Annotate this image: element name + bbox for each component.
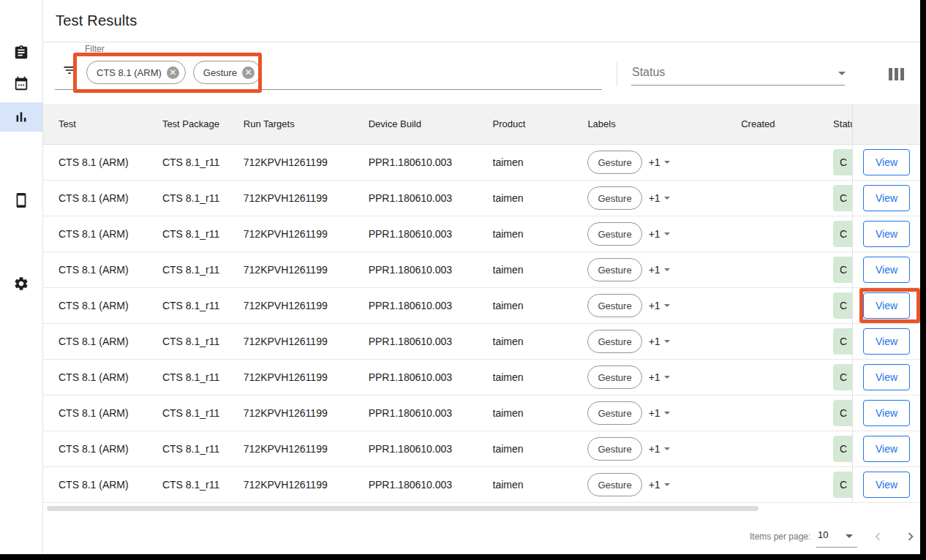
table-row[interactable]: CTS 8.1 (ARM) CTS 8.1_r11 712KPVH1261199… xyxy=(43,252,920,288)
items-per-page-value: 10 xyxy=(818,529,828,540)
column-header-device-build[interactable]: Device Build xyxy=(369,118,493,129)
status-badge: C xyxy=(833,257,852,283)
sidebar-item-test-results[interactable] xyxy=(0,102,42,132)
filter-icon xyxy=(62,63,77,77)
more-labels-expander[interactable]: +1 xyxy=(649,300,670,311)
table-row[interactable]: CTS 8.1 (ARM) CTS 8.1_r11 712KPVH1261199… xyxy=(43,467,920,503)
more-labels-expander[interactable]: +1 xyxy=(649,443,670,455)
cell-status: C xyxy=(833,292,852,319)
cell-labels: Gesture +1 xyxy=(587,437,741,461)
column-header-labels[interactable]: Labels xyxy=(587,118,741,129)
more-labels-expander[interactable]: +1 xyxy=(649,371,670,383)
more-labels-expander[interactable]: +1 xyxy=(649,264,670,276)
previous-page-button[interactable] xyxy=(869,528,887,545)
view-cell: View xyxy=(852,324,920,359)
cell-status: C xyxy=(833,400,852,426)
label-chip[interactable]: Gesture xyxy=(587,366,641,389)
label-chip[interactable]: Gesture xyxy=(587,222,641,246)
column-header-product[interactable]: Product xyxy=(493,118,588,129)
view-button[interactable]: View xyxy=(863,292,910,319)
table-row[interactable]: CTS 8.1 (ARM) CTS 8.1_r11 712KPVH1261199… xyxy=(43,396,920,431)
view-button[interactable]: View xyxy=(863,221,910,247)
page-title: Test Results xyxy=(56,12,137,29)
column-header-test[interactable]: Test xyxy=(59,118,162,129)
chevron-down-icon xyxy=(664,412,670,415)
column-header-actions xyxy=(852,104,920,144)
cell-labels: Gesture +1 xyxy=(587,401,741,425)
next-page-button[interactable] xyxy=(902,528,919,545)
status-badge: C xyxy=(833,328,852,355)
more-labels-expander[interactable]: +1 xyxy=(649,336,670,347)
more-labels-expander[interactable]: +1 xyxy=(649,228,670,240)
cell-run-targets: 712KPVH1261199 xyxy=(244,228,369,240)
view-cell: View xyxy=(852,145,920,180)
view-button[interactable]: View xyxy=(863,436,910,462)
column-header-created[interactable]: Created xyxy=(741,118,833,129)
view-button[interactable]: View xyxy=(863,364,910,390)
close-circle-icon[interactable]: ✕ xyxy=(167,67,179,79)
view-button[interactable]: View xyxy=(863,328,910,355)
cell-product: taimen xyxy=(493,228,588,240)
items-per-page-select[interactable]: 10 xyxy=(816,527,857,545)
bar-chart-icon xyxy=(13,109,29,125)
cell-device-build: PPR1.180610.003 xyxy=(369,336,493,347)
view-button[interactable]: View xyxy=(863,472,910,498)
label-chip[interactable]: Gesture xyxy=(587,437,641,461)
sidebar-item-settings[interactable] xyxy=(0,269,42,298)
table-row[interactable]: CTS 8.1 (ARM) CTS 8.1_r11 712KPVH1261199… xyxy=(43,324,920,360)
label-chip[interactable]: Gesture xyxy=(587,186,641,210)
column-header-test-package[interactable]: Test Package xyxy=(162,118,244,129)
status-badge: C xyxy=(833,185,852,211)
cell-status: C xyxy=(833,364,852,390)
label-chip[interactable]: Gesture xyxy=(587,401,641,425)
column-header-run-targets[interactable]: Run Targets xyxy=(244,118,369,129)
horizontal-scrollbar-thumb[interactable] xyxy=(47,506,759,511)
cell-device-build: PPR1.180610.003 xyxy=(369,443,493,455)
more-labels-expander[interactable]: +1 xyxy=(649,156,670,168)
label-chip[interactable]: Gesture xyxy=(587,330,641,353)
cell-device-build: PPR1.180610.003 xyxy=(369,300,493,311)
table-row[interactable]: CTS 8.1 (ARM) CTS 8.1_r11 712KPVH1261199… xyxy=(43,216,920,252)
more-labels-expander[interactable]: +1 xyxy=(649,192,670,204)
label-chip[interactable]: Gesture xyxy=(587,258,641,281)
table-row[interactable]: CTS 8.1 (ARM) CTS 8.1_r11 712KPVH1261199… xyxy=(43,181,920,216)
cell-run-targets: 712KPVH1261199 xyxy=(244,264,369,276)
view-button[interactable]: View xyxy=(863,257,910,283)
more-labels-expander[interactable]: +1 xyxy=(649,407,670,419)
table-row[interactable]: CTS 8.1 (ARM) CTS 8.1_r11 712KPVH1261199… xyxy=(43,360,920,396)
cell-labels: Gesture +1 xyxy=(587,366,741,389)
cell-labels: Gesture +1 xyxy=(587,473,741,496)
cell-status: C xyxy=(833,185,852,211)
label-chip[interactable]: Gesture xyxy=(587,294,641,317)
status-select[interactable]: Status xyxy=(631,64,845,86)
cell-test-package: CTS 8.1_r11 xyxy=(162,156,244,168)
column-settings-button[interactable] xyxy=(889,68,906,81)
view-cell: View xyxy=(852,396,920,431)
sidebar-item-test-plans[interactable] xyxy=(0,38,42,67)
cell-device-build: PPR1.180610.003 xyxy=(369,192,493,204)
close-circle-icon[interactable]: ✕ xyxy=(242,67,255,79)
table-row[interactable]: CTS 8.1 (ARM) CTS 8.1_r11 712KPVH1261199… xyxy=(43,145,920,181)
sidebar-item-schedule[interactable] xyxy=(0,69,42,98)
cell-run-targets: 712KPVH1261199 xyxy=(244,443,369,455)
column-header-status[interactable]: Status xyxy=(833,118,852,129)
filter-field-label: Filter xyxy=(85,44,105,54)
sidebar-item-devices[interactable] xyxy=(0,186,42,215)
view-button[interactable]: View xyxy=(863,400,910,426)
filter-chip[interactable]: Gesture ✕ xyxy=(193,61,261,84)
filter-field-underline xyxy=(55,89,602,90)
results-table: Test Test Package Run Targets Device Bui… xyxy=(43,104,920,503)
cell-product: taimen xyxy=(493,264,588,276)
label-chip[interactable]: Gesture xyxy=(587,151,641,174)
table-row[interactable]: CTS 8.1 (ARM) CTS 8.1_r11 712KPVH1261199… xyxy=(43,288,920,324)
view-button[interactable]: View xyxy=(863,185,910,211)
label-chip[interactable]: Gesture xyxy=(587,473,641,496)
filter-chip[interactable]: CTS 8.1 (ARM) ✕ xyxy=(86,61,186,84)
table-row[interactable]: CTS 8.1 (ARM) CTS 8.1_r11 712KPVH1261199… xyxy=(43,431,920,467)
filter-chip-label: Gesture xyxy=(203,67,237,78)
cell-device-build: PPR1.180610.003 xyxy=(369,479,493,491)
status-badge: C xyxy=(833,436,852,462)
status-badge: C xyxy=(833,400,852,426)
more-labels-expander[interactable]: +1 xyxy=(649,479,670,491)
view-button[interactable]: View xyxy=(863,149,910,175)
